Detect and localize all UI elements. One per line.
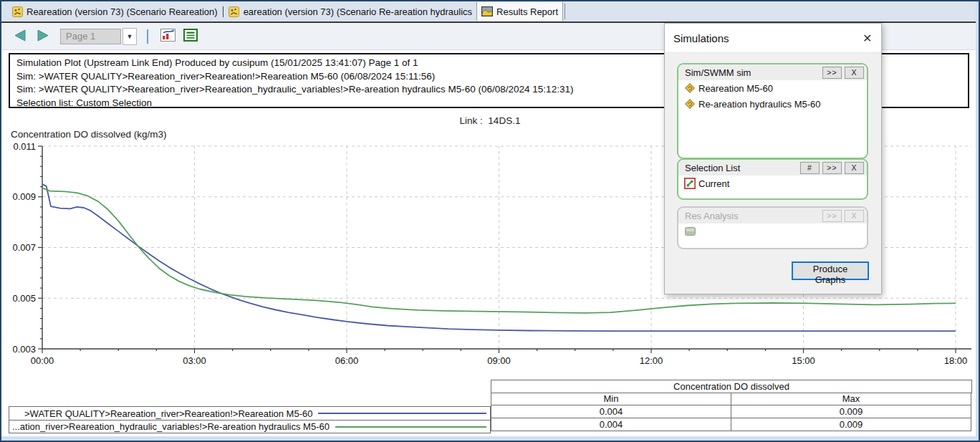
selection-item-current[interactable]: Current [678, 176, 867, 191]
sim-item-label: Reareation M5-60 [698, 83, 773, 94]
sim-swmm-group: Sim/SWMM sim >> X Reareation M5-60 Re-ar… [677, 63, 868, 159]
tab-label: eareation (version 73) (Scenario Re-area… [244, 6, 472, 17]
table-cell-min: 0.004 [491, 418, 731, 431]
summary-table: Concentration DO dissolved Min Max 0.004… [491, 380, 972, 433]
group-title: Res Analysis [685, 211, 820, 221]
chevron-down-icon: ▼ [127, 33, 133, 40]
res-analysis-group: Res Analysis >> X [677, 206, 868, 249]
page-selector-value[interactable]: Page 1 [60, 29, 121, 44]
x-tick-label: 03:00 [183, 355, 206, 366]
page-selector-dropdown-button[interactable]: ▼ [123, 28, 137, 45]
legend-label: >WATER QUALITY>Reareation_river>Reareati… [24, 408, 312, 419]
res-analysis-placeholder [678, 224, 867, 239]
selection-item-label: Current [698, 178, 729, 189]
y-tick-label: 0.009 [12, 191, 36, 202]
tab-scenario-reareation[interactable]: Reareation (version 73) (Scenario Rearea… [7, 2, 222, 21]
table-cell-min: 0.004 [491, 405, 731, 418]
current-selection-icon [684, 178, 696, 189]
sim-item-label: Re-areation hydraulics M5-60 [698, 99, 821, 110]
tab-scenario-reareation-hydraulics[interactable]: eareation (version 73) (Scenario Re-area… [224, 2, 476, 21]
legend-label: ...ation_river>Reareation_hydraulic_vari… [12, 421, 330, 432]
y-tick-label: 0.003 [12, 344, 36, 355]
clear-button[interactable]: X [845, 67, 864, 79]
sim-item-reareation-hydraulics[interactable]: Re-areation hydraulics M5-60 [678, 96, 867, 112]
y-tick-label: 0.011 [13, 141, 36, 152]
y-tick-label: 0.007 [12, 242, 36, 253]
expand-button: >> [822, 210, 842, 222]
graph-options-button[interactable] [158, 28, 177, 45]
series-color-line [318, 413, 486, 414]
previous-page-button[interactable] [10, 29, 29, 44]
page-selector[interactable]: Page 1 ▼ [60, 28, 137, 45]
group-title: Selection List [685, 163, 797, 173]
res-analysis-group-header: Res Analysis >> X [678, 208, 867, 224]
clear-button[interactable]: X [845, 162, 864, 174]
simulation-diamond-icon [684, 82, 696, 94]
report-table-icon [183, 29, 198, 44]
x-tick-label: 18:00 [944, 355, 968, 366]
table-group-header: Concentration DO dissolved [491, 380, 972, 393]
number-button[interactable]: # [800, 162, 820, 174]
report-view-button[interactable] [181, 28, 200, 45]
results-report-icon [481, 6, 493, 17]
close-icon[interactable]: ✕ [858, 30, 874, 46]
legend-row: ...ation_river>Reareation_hydraulic_vari… [9, 420, 490, 433]
results-report-window: 0.0030.0050.0070.0090.01100:0003:0006:00… [0, 0, 980, 442]
res-analysis-icon [684, 226, 696, 237]
y-axis-title: Concentration DO dissolved (kg/m3) [11, 129, 167, 140]
x-tick-label: 00:00 [31, 355, 54, 366]
dialog-title: Simulations [673, 32, 729, 44]
dialog-titlebar[interactable]: Simulations ✕ [665, 24, 881, 53]
tab-label: Results Report [496, 6, 558, 17]
simulation-diamond-icon [684, 98, 696, 110]
x-tick-label: 09:00 [487, 355, 511, 366]
y-tick-label: 0.005 [12, 293, 36, 304]
x-tick-label: 06:00 [335, 355, 359, 366]
chart-legend: >WATER QUALITY>Reareation_river>Reareati… [9, 406, 491, 433]
series-color-line [335, 426, 486, 428]
simulation-results-icon [229, 6, 240, 17]
graph-icon [160, 29, 176, 44]
produce-graphs-button[interactable]: Produce Graphs [792, 261, 869, 280]
tab-label: Reareation (version 73) (Scenario Rearea… [27, 6, 218, 17]
selection-list-group-header: Selection List # >> X [678, 160, 867, 176]
group-title: Sim/SWMM sim [685, 67, 820, 78]
table-cell-max: 0.009 [731, 405, 971, 418]
expand-button[interactable]: >> [822, 67, 842, 79]
sim-swmm-group-header: Sim/SWMM sim >> X [678, 64, 867, 80]
legend-row: >WATER QUALITY>Reareation_river>Reareati… [9, 407, 490, 420]
forward-arrow-icon [34, 29, 50, 44]
table-cell-max: 0.009 [731, 418, 971, 431]
tab-bar: Reareation (version 73) (Scenario Rearea… [1, 1, 976, 21]
table-column-max: Max [731, 393, 971, 405]
tab-divider [565, 4, 565, 19]
table-column-min: Min [491, 393, 731, 405]
x-tick-label: 15:00 [792, 355, 815, 366]
x-tick-label: 12:00 [640, 355, 663, 366]
back-arrow-icon [11, 29, 27, 44]
next-page-button[interactable] [33, 29, 52, 44]
tab-results-report[interactable]: Results Report [476, 2, 563, 21]
tab-divider [223, 6, 224, 17]
clear-button: X [845, 210, 864, 222]
expand-button[interactable]: >> [822, 162, 842, 174]
sim-item-reareation[interactable]: Reareation M5-60 [678, 80, 867, 96]
selection-list-group: Selection List # >> X Current [677, 158, 868, 200]
simulation-results-icon [11, 6, 23, 17]
toolbar-separator [147, 29, 148, 44]
simulations-dialog: Simulations ✕ Sim/SWMM sim >> X Reareati… [664, 23, 882, 294]
